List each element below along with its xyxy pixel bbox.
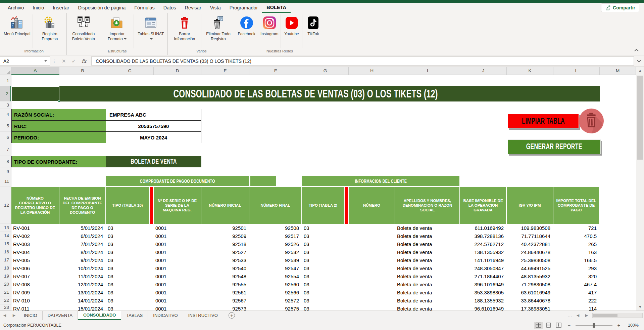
cell[interactable]: 44.69491525 (507, 264, 553, 272)
cell[interactable]: 293 (553, 264, 600, 272)
row-header-12[interactable]: 12 (0, 187, 11, 224)
periodo-value[interactable]: MAYO 2024 (106, 132, 201, 143)
cell[interactable]: RV-004 (11, 248, 59, 256)
hscroll-left-icon[interactable]: ◀ (575, 313, 581, 318)
collapse-ribbon-icon[interactable] (634, 49, 639, 53)
cell[interactable] (349, 288, 395, 296)
cancel-entry-icon[interactable]: ✕ (62, 58, 66, 64)
ribbon-button-youtube[interactable]: Youtube (281, 14, 302, 48)
cell[interactable]: 96.61016949 (460, 304, 507, 311)
vertical-scroll-thumb[interactable] (637, 76, 643, 160)
cell[interactable]: 0001 (154, 272, 201, 280)
horizontal-scrollbar[interactable] (592, 313, 643, 318)
cell[interactable]: 0001 (154, 240, 201, 248)
cell[interactable]: 03 (106, 280, 154, 288)
cell[interactable]: 92539 (249, 256, 302, 264)
tipo-comprobante-value[interactable]: BOLETA DE VENTA (106, 156, 201, 167)
cell[interactable]: 33.86440678 (507, 296, 553, 304)
cell[interactable]: 6/01/2024 (59, 232, 106, 240)
menu-programador[interactable]: Programador (225, 3, 262, 13)
cell[interactable]: 14/01/2024 (59, 296, 106, 304)
cell[interactable]: 138.1355932 (460, 248, 507, 256)
ruc-value[interactable]: 20535757590 (106, 120, 201, 132)
select-all-corner[interactable] (0, 67, 11, 75)
cell[interactable]: Boleta de venta (395, 288, 460, 296)
cell[interactable]: 92560 (249, 280, 302, 288)
sheet-nav-left-icon[interactable]: ◀ (0, 311, 9, 320)
cell[interactable]: 25.39830508 (507, 256, 553, 264)
column-header-G[interactable]: G (302, 67, 349, 75)
cell[interactable]: 92561 (201, 288, 249, 296)
cell[interactable]: 12/01/2024 (59, 280, 106, 288)
cell[interactable]: 222 (553, 296, 600, 304)
cell[interactable]: 114 (553, 304, 600, 311)
cell[interactable]: 03 (106, 224, 154, 232)
cell[interactable]: 0001 (154, 232, 201, 240)
cell[interactable]: 03 (106, 264, 154, 272)
cell[interactable]: 92526 (249, 240, 302, 248)
row-header-6[interactable]: 6 (0, 132, 11, 143)
menu-revisar[interactable]: Revisar (181, 3, 206, 13)
page-layout-view-icon[interactable] (544, 322, 553, 329)
cell[interactable]: 721 (553, 224, 600, 232)
cell[interactable]: 8/01/2024 (59, 248, 106, 256)
cell[interactable]: RV-003 (11, 240, 59, 248)
ribbon-button-tiktok[interactable]: TikTok (302, 14, 324, 48)
row-header-13[interactable]: 13 (0, 224, 11, 232)
cell[interactable]: 92555 (201, 280, 249, 288)
name-box[interactable]: A2 (0, 56, 50, 66)
cell[interactable]: 92567 (201, 296, 249, 304)
cell[interactable]: Boleta de venta (395, 264, 460, 272)
ribbon-button-men-principal[interactable]: Menú Principal (1, 14, 33, 48)
cell[interactable] (349, 232, 395, 240)
cell[interactable]: 611.0169492 (460, 224, 507, 232)
cell[interactable]: 0001 (154, 304, 201, 311)
cell[interactable]: RV-010 (11, 296, 59, 304)
cell[interactable] (349, 272, 395, 280)
zoom-in-button[interactable]: + (616, 322, 621, 328)
cell[interactable]: 92572 (249, 296, 302, 304)
row-header-5[interactable]: 5 (0, 120, 11, 132)
confirm-entry-icon[interactable]: ✓ (72, 58, 76, 64)
cell[interactable]: 63.61016949 (507, 288, 553, 296)
cell[interactable]: 141.1016949 (460, 256, 507, 264)
cell[interactable]: 03 (302, 232, 349, 240)
cell[interactable]: 92548 (201, 272, 249, 280)
cell[interactable]: 271.1864407 (460, 272, 507, 280)
cell[interactable]: Boleta de venta (395, 248, 460, 256)
cell[interactable]: Boleta de venta (395, 224, 460, 232)
ribbon-button-registro-empresa[interactable]: Registro Empresa (33, 14, 66, 48)
cell[interactable]: 265 (553, 240, 600, 248)
cell[interactable]: 03 (106, 248, 154, 256)
cell[interactable]: 10/01/2024 (59, 264, 106, 272)
cell[interactable] (349, 304, 395, 311)
cell[interactable]: Boleta de venta (395, 232, 460, 240)
table-row[interactable]: RV-01014/01/2024030001925679257203Boleta… (11, 296, 600, 304)
cell[interactable]: Boleta de venta (395, 280, 460, 288)
cell[interactable]: 92527 (201, 248, 249, 256)
row-header-21[interactable]: 21 (0, 288, 11, 296)
limpiar-tabla-button[interactable]: LIMPIAR TABLA (508, 114, 579, 128)
cell[interactable] (349, 240, 395, 248)
ribbon-button-instagram[interactable]: Instagram (258, 14, 281, 48)
column-header-B[interactable]: B (59, 67, 106, 75)
cell[interactable]: Boleta de venta (395, 296, 460, 304)
cell[interactable]: 71.77118644 (507, 232, 553, 240)
expand-formula-bar-button[interactable] (634, 55, 644, 67)
cell[interactable]: 224.5762712 (460, 240, 507, 248)
table-row[interactable]: RV-01115/01/2024030001925739257503Boleta… (11, 304, 600, 311)
cell[interactable]: 03 (302, 264, 349, 272)
cell[interactable]: 40.42372881 (507, 240, 553, 248)
row-header-1[interactable]: 1 (0, 75, 11, 86)
cell[interactable]: 5/01/2024 (59, 224, 106, 232)
sheet-tab-dataventa[interactable]: DATAVENTA (43, 311, 78, 320)
row-header-17[interactable]: 17 (0, 256, 11, 264)
column-header-H[interactable]: H (349, 67, 395, 75)
cell[interactable]: 03 (302, 240, 349, 248)
cell[interactable]: 03 (302, 224, 349, 232)
ribbon-button-tablas-sunat[interactable]: Tablas SUNAT (134, 14, 167, 48)
column-header-D[interactable]: D (154, 67, 201, 75)
sheet-tab-inicio[interactable]: INICIO (19, 311, 43, 320)
row-header-2[interactable]: 2 (0, 86, 11, 101)
menu-inicio[interactable]: Inicio (28, 3, 48, 13)
